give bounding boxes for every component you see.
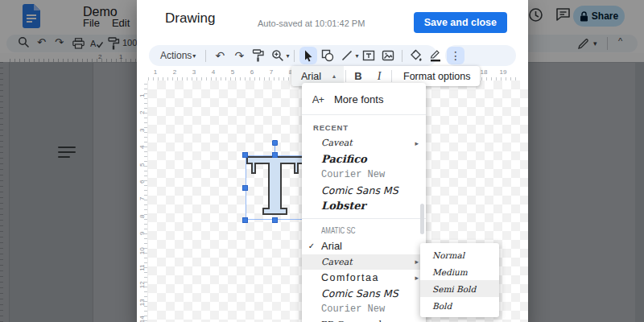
select-tool-icon[interactable] (299, 47, 317, 64)
font-menu-item[interactable]: Caveat (302, 254, 426, 270)
font-name: Courier New (321, 169, 385, 180)
weight-name: Bold (432, 301, 452, 311)
line-tool-icon[interactable] (338, 47, 356, 64)
text-box-tool-icon[interactable] (360, 47, 378, 64)
font-name: Pacifico (321, 153, 367, 165)
fill-color-icon[interactable] (407, 47, 425, 64)
selection-bounding-box (246, 155, 304, 220)
zoom-tool-icon[interactable] (269, 47, 287, 64)
more-fonts-item[interactable]: More fonts (302, 88, 426, 110)
ruler-number: 7 (262, 68, 281, 76)
submenu-arrow-icon (415, 139, 419, 147)
selected-shape[interactable] (246, 155, 304, 220)
resize-handle-n[interactable] (272, 152, 278, 158)
italic-button[interactable]: I (369, 70, 390, 83)
weight-menu-item[interactable]: Normal (420, 246, 499, 263)
recent-fonts-list: Caveat Pacifico Courier New Comic Sans M… (302, 135, 426, 214)
weight-name: Normal (432, 250, 464, 260)
weight-menu-item[interactable]: Semi Bold (420, 280, 499, 297)
divider (391, 70, 392, 82)
autosave-status: Auto-saved at 10:01:42 PM (258, 19, 365, 28)
ruler-number: 6 (242, 68, 262, 76)
font-menu: More fonts RECENT Caveat Pacifico (302, 83, 426, 322)
ruler-number: 1 (146, 68, 165, 76)
font-menu-item[interactable]: Lobster (302, 198, 426, 214)
font-menu-item[interactable]: Amatic SC (302, 223, 426, 239)
ruler-number: 2 (165, 68, 184, 76)
weight-name: Semi Bold (432, 284, 476, 294)
font-menu-item[interactable]: Comic Sans MS (302, 286, 426, 302)
border-color-icon[interactable] (427, 47, 444, 64)
font-menu-item[interactable]: Caveat (302, 135, 426, 151)
redo-icon[interactable]: ↷ (230, 47, 248, 64)
format-options-button[interactable]: Format options (394, 71, 480, 82)
more-fonts-icon (302, 93, 334, 105)
ruler-number: 3 (184, 68, 204, 76)
paint-format-icon[interactable] (250, 47, 267, 64)
font-name: Amatic SC (321, 225, 356, 235)
font-menu-item[interactable]: Courier New (302, 167, 426, 183)
font-name: Comic Sans MS (321, 184, 398, 196)
submenu-arrow-icon (415, 258, 419, 266)
font-name: Arial (321, 240, 342, 252)
font-menu-item[interactable]: Arial (302, 238, 426, 254)
font-menu-item[interactable]: EB Garamond (302, 317, 426, 322)
more-options-icon[interactable]: ⋮ (447, 47, 464, 64)
dropup-icon: ▴ (332, 72, 336, 80)
ruler-number: 5 (223, 68, 242, 76)
save-and-close-button[interactable]: Save and close (414, 12, 507, 33)
toolbar-overflow: ⋮ (445, 45, 516, 66)
font-menu-item[interactable]: Comfortaa (302, 270, 426, 286)
drawing-toolbar: Actions ▾ ↶ ↷ ▾ ▾ (149, 45, 437, 66)
screen: Demo ☆ FileEditViewInsertFormat (0, 0, 644, 322)
submenu-arrow-icon (415, 274, 419, 282)
check-icon (302, 242, 321, 250)
dropdown-icon[interactable]: ▾ (286, 52, 289, 60)
menu-scrollbar[interactable] (420, 204, 424, 234)
font-name: Caveat (321, 138, 353, 148)
ruler-number: 4 (204, 68, 223, 76)
dialog-title: Drawing (165, 10, 215, 27)
current-font: Arial (301, 71, 321, 82)
rotation-handle[interactable] (272, 140, 278, 146)
actions-menu-button[interactable]: Actions ▾ (155, 50, 200, 61)
divider (294, 50, 295, 62)
font-menu-item[interactable]: Courier New (302, 301, 426, 317)
resize-handle-w[interactable] (242, 185, 248, 191)
font-menu-item[interactable]: Comic Sans MS (302, 183, 426, 199)
font-name: Courier New (321, 303, 385, 315)
divider (345, 70, 346, 82)
weight-menu-item[interactable]: Medium (420, 263, 499, 280)
ruler-number: 19 (493, 68, 513, 76)
undo-icon[interactable]: ↶ (211, 47, 229, 64)
font-name: EB Garamond (321, 318, 382, 322)
font-name: Caveat (321, 257, 353, 267)
font-name: Comic Sans MS (321, 287, 398, 299)
font-menu-item[interactable]: Pacifico (302, 151, 426, 167)
font-name: Comfortaa (321, 272, 379, 283)
weight-name: Medium (432, 267, 468, 277)
all-fonts-list: Amatic SC Arial Caveat Comfortaa (302, 223, 426, 322)
dropdown-icon[interactable]: ▾ (355, 52, 358, 60)
drawing-dialog: Drawing Auto-saved at 10:01:42 PM Save a… (137, 0, 528, 322)
resize-handle-s[interactable] (272, 217, 278, 223)
resize-handle-nw[interactable] (242, 152, 248, 158)
shape-tool-icon[interactable] (319, 47, 336, 64)
bold-button[interactable]: B (348, 70, 369, 82)
divider (302, 218, 426, 219)
more-fonts-label: More fonts (334, 93, 383, 105)
font-name: Lobster (321, 200, 365, 212)
divider (402, 50, 402, 62)
resize-handle-sw[interactable] (242, 217, 248, 223)
font-weight-submenu: Normal Medium Semi Bold Bold (420, 243, 499, 317)
weight-menu-item[interactable]: Bold (420, 297, 499, 314)
dropdown-icon: ▾ (192, 52, 196, 60)
divider (302, 114, 426, 115)
insert-image-icon[interactable] (379, 47, 397, 64)
recent-header: RECENT (302, 119, 426, 135)
divider (205, 50, 206, 62)
